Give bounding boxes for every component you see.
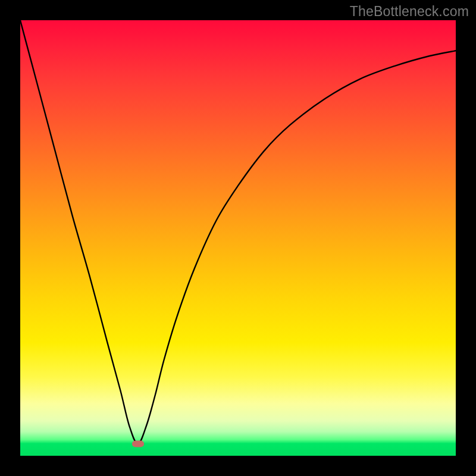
bottleneck-curve xyxy=(20,20,456,456)
watermark-label: TheBottleneck.com xyxy=(350,4,469,19)
plot-area xyxy=(20,20,456,456)
chart-frame: TheBottleneck.com xyxy=(0,0,476,476)
watermark-text: TheBottleneck.com xyxy=(350,4,469,20)
optimal-point-marker xyxy=(132,441,144,447)
